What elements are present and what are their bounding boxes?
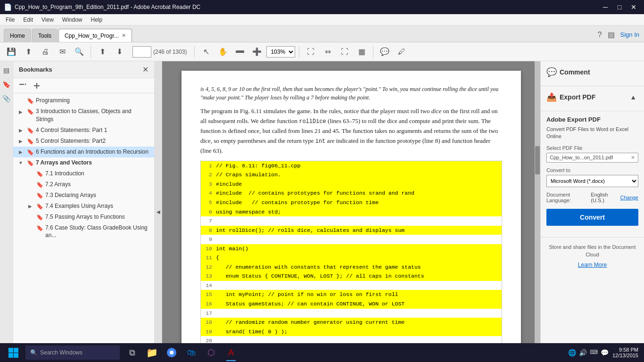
pdf-scroll-thumb[interactable] bbox=[535, 146, 540, 174]
sidebar-new-button[interactable] bbox=[31, 81, 42, 90]
taskbar-system-icons: 🌐 🔊 ⌨ 💬 bbox=[568, 349, 609, 356]
taskbar-app-chrome[interactable] bbox=[162, 343, 181, 362]
tab-home[interactable]: Home bbox=[4, 29, 31, 42]
taskbar-app-acrobat[interactable]: A bbox=[222, 343, 240, 362]
line-number: 1 bbox=[203, 161, 216, 171]
taskbar-search[interactable]: 🔍 Search Windows bbox=[25, 346, 120, 360]
bookmark-item-ch7-1[interactable]: 🔖 7.1 Introduction bbox=[23, 168, 154, 179]
hand-tool-button[interactable]: ✋ bbox=[215, 44, 231, 59]
taskbar-app-task-view[interactable]: ⧉ bbox=[123, 343, 141, 362]
menu-edit[interactable]: Edit bbox=[19, 16, 37, 24]
export-collapse-icon[interactable]: ▲ bbox=[628, 92, 638, 102]
remove-file-button[interactable]: ✕ bbox=[631, 155, 635, 161]
bookmark-expand-ch4[interactable]: ▶ bbox=[17, 127, 25, 134]
upload-button[interactable]: ⬆ bbox=[21, 44, 36, 59]
bookmark-item-ch5[interactable]: ▶ 🔖 5 Control Statements: Part2 bbox=[13, 136, 154, 147]
zoom-in-button[interactable]: ➕ bbox=[249, 44, 264, 59]
change-language-button[interactable]: Change bbox=[620, 195, 638, 200]
taskbar-datetime[interactable]: 9:58 PM 12/13/2015 bbox=[612, 347, 638, 358]
taskbar-app-explorer[interactable]: 📁 bbox=[142, 343, 161, 362]
bookmark-item-ch6[interactable]: ▶ 🔖 6 Functions and an Introduction to R… bbox=[13, 147, 154, 157]
save-button[interactable]: 💾 bbox=[4, 44, 19, 59]
help-icon[interactable]: ? bbox=[597, 30, 603, 40]
cursor-tool-button[interactable]: ↖ bbox=[198, 44, 214, 59]
comment-label: Comment bbox=[560, 68, 638, 76]
taskbar-apps: ⧉ 📁 🛍 ⬡ A bbox=[123, 343, 240, 362]
tab-tools[interactable]: Tools bbox=[32, 29, 58, 42]
menu-help[interactable]: Help bbox=[87, 16, 107, 24]
zoom-out-button[interactable]: ➖ bbox=[232, 44, 248, 59]
pdf-scroll-track[interactable] bbox=[535, 61, 540, 362]
sidebar-collapse-button[interactable]: ◀ bbox=[155, 61, 162, 362]
network-icon[interactable]: 🌐 bbox=[568, 349, 576, 356]
line-number: 6 bbox=[203, 207, 216, 217]
presentation-button[interactable]: ▦ bbox=[354, 44, 369, 59]
page-thumbnails-button[interactable]: ▤ bbox=[1, 65, 12, 75]
bookmark-expand-ch7[interactable]: ▼ bbox=[17, 159, 25, 167]
format-select[interactable]: Microsoft Word (*.docx) Microsoft Excel … bbox=[546, 175, 638, 187]
keyboard-icon[interactable]: ⌨ bbox=[590, 349, 598, 356]
fit-width-button[interactable]: ⇔ bbox=[320, 44, 335, 59]
notification-icon[interactable]: 💬 bbox=[601, 349, 609, 356]
bookmark-expand-icon[interactable] bbox=[17, 97, 25, 105]
bookmark-expand-ch5[interactable]: ▶ bbox=[17, 138, 25, 145]
store-icon: 🛍 bbox=[187, 348, 196, 358]
bookmark-expand-ch6[interactable]: ▶ bbox=[17, 148, 25, 156]
adobe-export-description: Convert PDF Files to Word or Excel Onlin… bbox=[546, 126, 638, 140]
minimize-button[interactable]: ─ bbox=[599, 2, 612, 12]
page-number-input[interactable]: 212 bbox=[132, 46, 151, 58]
pdf-paragraph-1: is 4, 5, 6, 8, 9 or 10 on the first roll… bbox=[200, 85, 502, 102]
email-button[interactable]: ✉ bbox=[55, 44, 70, 59]
tab-bar: Home Tools Cpp_How_to_Progr... ✕ ? ▤ Sig… bbox=[0, 25, 644, 42]
highlight-tool-button[interactable]: 🖊 bbox=[394, 44, 409, 59]
bookmark-icon-ch7-1: 🔖 bbox=[36, 170, 43, 178]
bookmark-item-ch7-3[interactable]: 🔖 7.3 Declaring Arrays bbox=[23, 190, 154, 201]
prev-page-button[interactable]: ⬆ bbox=[95, 44, 110, 59]
layers-button[interactable]: 📎 bbox=[1, 93, 12, 104]
start-button[interactable] bbox=[2, 343, 25, 362]
zoom-select[interactable]: 103% 50% 75% 100% 125% 150% 200% bbox=[266, 46, 295, 58]
tab-document[interactable]: Cpp_How_to_Progr... ✕ bbox=[58, 29, 132, 42]
line-content: int main() bbox=[216, 244, 500, 254]
menu-window[interactable]: Window bbox=[58, 16, 86, 24]
menu-view[interactable]: View bbox=[38, 16, 58, 24]
code-block: 1// Fig. 6.11: fig06_11.cpp2// Craps sim… bbox=[200, 161, 502, 362]
bookmark-expand-ch3[interactable]: ▶ bbox=[17, 108, 25, 115]
bookmark-item-ch4[interactable]: ▶ 🔖 4 Control Statements: Part 1 bbox=[13, 125, 154, 136]
comment-tool-button[interactable]: 💬 bbox=[377, 44, 392, 59]
learn-more-link[interactable]: Learn More bbox=[546, 262, 638, 268]
bookmark-item-ch7[interactable]: ▼ 🔖 7 Arrays and Vectors bbox=[13, 157, 154, 168]
tab-close-icon[interactable]: ✕ bbox=[122, 33, 126, 39]
fit-page-button[interactable]: ⛶ bbox=[303, 44, 318, 59]
volume-icon[interactable]: 🔊 bbox=[579, 349, 587, 356]
line-content: Status gameStatus; // can contain CONTIN… bbox=[216, 299, 500, 309]
maximize-button[interactable]: □ bbox=[613, 2, 626, 12]
convert-button[interactable]: Convert bbox=[546, 209, 638, 226]
line-content: int rollDice(); // rolls dice, calculate… bbox=[216, 226, 500, 235]
expand-icon-ch7-4[interactable]: ▶ bbox=[26, 203, 34, 210]
pane-icon[interactable]: ▤ bbox=[607, 29, 616, 40]
fullscreen-button[interactable]: ⛶ bbox=[337, 44, 352, 59]
signin-link[interactable]: Sign In bbox=[619, 30, 640, 39]
toolbar-divider-2 bbox=[194, 46, 195, 58]
taskbar-app-store[interactable]: 🛍 bbox=[182, 343, 201, 362]
next-page-button[interactable]: ⬇ bbox=[112, 44, 127, 59]
menu-file[interactable]: File bbox=[2, 16, 18, 24]
page-count: (246 of 1303) bbox=[153, 49, 187, 55]
search-button[interactable]: 🔍 bbox=[72, 44, 87, 59]
bookmark-item-ch7-5[interactable]: 🔖 7.5 Passing Arrays to Functions bbox=[23, 212, 154, 222]
close-button[interactable]: ✕ bbox=[627, 2, 640, 12]
bookmarks-button[interactable]: 🔖 bbox=[1, 79, 12, 90]
bookmark-item-ch3[interactable]: ▶ 🔖 3 Introduction to Classes, Objects a… bbox=[13, 106, 154, 125]
clock-date: 12/13/2015 bbox=[612, 353, 638, 358]
print-button[interactable]: 🖨 bbox=[38, 44, 53, 59]
left-strip: ▤ 🔖 📎 bbox=[0, 61, 13, 362]
sidebar-options-button[interactable] bbox=[17, 81, 28, 90]
bookmark-item-ch7-4[interactable]: ▶ 🔖 7.4 Examples Using Arrays bbox=[23, 201, 154, 212]
sidebar-close-button[interactable]: ✕ bbox=[142, 65, 149, 74]
taskbar-app-vs[interactable]: ⬡ bbox=[202, 343, 221, 362]
pdf-viewer[interactable]: is 4, 5, 6, 8, 9 or 10 on the first roll… bbox=[162, 61, 540, 362]
bookmark-item-programming[interactable]: 🔖 Programming bbox=[13, 95, 154, 106]
bookmark-item-ch7-6[interactable]: 🔖 7.6 Case Study: Class GradeBook Using … bbox=[23, 222, 154, 241]
bookmark-item-ch7-2[interactable]: 🔖 7.2 Arrays bbox=[23, 179, 154, 190]
